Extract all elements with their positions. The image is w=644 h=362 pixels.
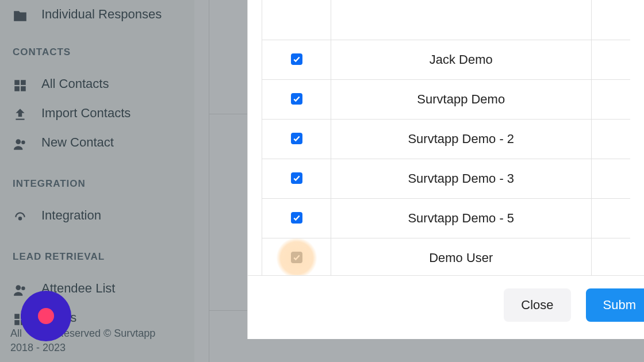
- row-checkbox[interactable]: [291, 133, 302, 144]
- row-checkbox[interactable]: [291, 172, 302, 184]
- row-name: Demo User: [331, 238, 592, 275]
- close-button[interactable]: Close: [504, 288, 570, 322]
- table-row: Demo User: [262, 238, 631, 275]
- contact-select-modal: Jack Demo Survtapp Demo: [247, 0, 644, 339]
- row-checkbox[interactable]: [291, 212, 302, 224]
- table-row: [262, 0, 631, 40]
- row-checkbox[interactable]: [291, 252, 302, 263]
- row-checkbox[interactable]: [291, 53, 302, 65]
- modal-body: Jack Demo Survtapp Demo: [248, 0, 644, 275]
- record-dot-icon: [38, 308, 54, 324]
- row-name: Survtapp Demo - 3: [331, 159, 592, 198]
- submit-button[interactable]: Subm: [586, 288, 644, 322]
- row-checkbox[interactable]: [291, 93, 302, 105]
- table-row: Survtapp Demo - 2: [262, 119, 631, 159]
- table-row: Survtapp Demo - 3: [262, 159, 631, 198]
- table-row: Survtapp Demo: [262, 79, 631, 119]
- contact-table: Jack Demo Survtapp Demo: [262, 0, 630, 275]
- table-row: Survtapp Demo - 5: [262, 198, 631, 238]
- row-name: Jack Demo: [331, 40, 592, 79]
- row-name: Survtapp Demo: [331, 79, 592, 119]
- modal-footer: Close Subm: [248, 275, 644, 339]
- table-row: Jack Demo: [262, 40, 631, 79]
- row-name: Survtapp Demo - 2: [331, 119, 592, 159]
- record-indicator[interactable]: [21, 291, 71, 341]
- row-name: Survtapp Demo - 5: [331, 198, 592, 238]
